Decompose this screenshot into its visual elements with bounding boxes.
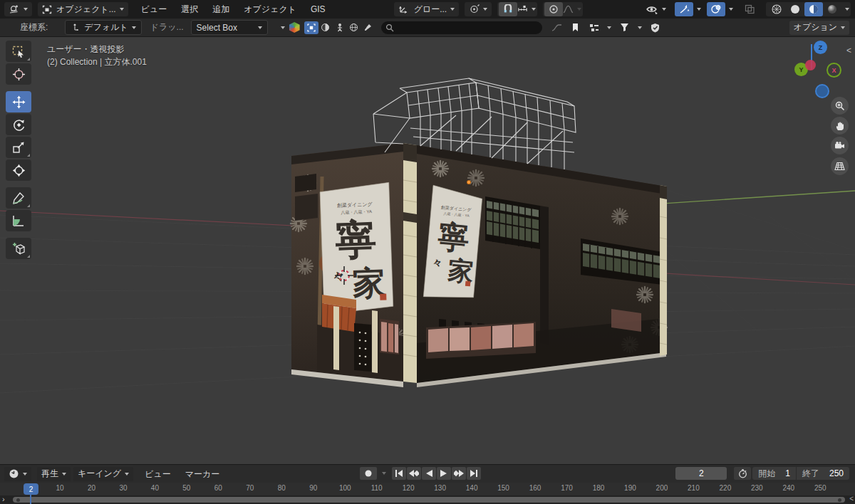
globe-filter-button[interactable] [347,21,361,34]
pivot-point-dropdown[interactable] [465,2,492,16]
snap-target-dropdown[interactable] [517,2,536,16]
object-visibility-dropdown[interactable] [641,2,670,16]
playhead-line[interactable] [30,494,31,504]
scroll-collapse-arrow[interactable]: < [849,495,854,503]
tool-cursor[interactable] [6,63,31,85]
tool-add-cube[interactable] [6,238,31,259]
tool-annotate[interactable] [6,187,31,209]
select-object-filter-button[interactable] [304,21,318,34]
show-gizmo-toggle[interactable] [675,2,693,16]
menu-object[interactable]: オブジェクト [237,2,304,16]
select-mode-dropdown[interactable]: Select Box [191,20,268,35]
timeline-editor-type-button[interactable] [4,467,31,481]
pie-filter-button[interactable] [318,21,333,34]
outliner-sync-button[interactable] [585,21,603,35]
transform-orientation-dropdown[interactable]: グロー... [394,2,460,16]
chevron-down-icon[interactable] [845,8,849,11]
building-model[interactable]: 創菜ダイニング 八蔵・八蔵・YA 寧 々 家 [291,78,667,387]
end-frame-field[interactable]: 終了 250 [797,467,849,480]
timeline-marker-menu[interactable]: マーカー [178,467,227,481]
orientation-preset-dropdown[interactable]: デフォルト [65,20,141,35]
protect-button[interactable] [646,21,665,35]
menu-add[interactable]: 追加 [205,2,237,16]
playhead-chip[interactable]: 2 [24,483,38,495]
region-collapse-arrow[interactable]: < [846,46,851,56]
ruler-tick: 190 [624,484,636,492]
chevron-down-icon[interactable] [281,26,285,29]
playback-menu-label: 再生 [41,468,58,480]
camera-view-button[interactable] [831,137,849,154]
toggle-ortho-button[interactable] [831,157,849,175]
timeline-ruler[interactable]: 2 10203040506070809010011012013014015016… [0,483,855,495]
proportional-edit-toggle[interactable] [544,2,563,16]
next-keyframe-button[interactable] [452,467,466,480]
menu-view[interactable]: ビュー [134,2,175,16]
shield-check-icon [651,23,660,33]
gis-basemap-icon[interactable] [289,22,300,33]
play-icon [440,470,447,477]
figure-filter-button[interactable] [333,21,347,34]
hand-icon [835,121,845,131]
start-frame-field[interactable]: 開始 1 [752,467,796,480]
playback-menu[interactable]: 再生 [37,467,71,481]
options-dropdown[interactable]: オプション [789,21,849,35]
chevron-down-icon[interactable] [607,26,611,29]
menu-gis[interactable]: GIS [304,2,333,16]
tool-move[interactable] [6,91,31,112]
brush-filter-button[interactable] [361,21,375,34]
active-object-label: (2) Collection | 立方体.001 [47,56,147,68]
ruler-tick: 30 [119,484,127,492]
timeline-view-menu[interactable]: ビュー [138,467,178,481]
jump-to-end-button[interactable] [467,467,481,480]
show-overlays-toggle[interactable] [707,2,725,16]
current-frame-field[interactable]: 2 [675,467,727,480]
axis-z-ball[interactable]: Z [814,41,827,54]
prev-keyframe-button[interactable] [407,467,421,480]
ruler-tick: 180 [593,484,605,492]
menu-select[interactable]: 選択 [174,2,205,16]
chevron-down-icon[interactable] [729,8,733,11]
bookmark-button[interactable] [566,21,585,35]
axis-x-neg-ball[interactable] [805,60,816,70]
transform-icon [12,164,26,177]
ruler-tick: 90 [309,484,317,492]
snap-toggle[interactable] [499,2,517,16]
axis-x-ball[interactable]: X [826,63,841,78]
annotation-curve-button[interactable] [548,21,566,35]
tool-scale[interactable] [6,137,31,158]
chevron-down-icon[interactable] [638,26,642,29]
chevron-down-icon[interactable] [697,8,701,11]
play-reverse-button[interactable] [422,467,436,480]
viewport-3d[interactable]: 創菜ダイニング 八蔵・八蔵・YA 寧 々 家 [0,37,855,464]
jump-to-start-button[interactable] [392,467,406,480]
mode-dropdown[interactable]: オブジェクト... [38,2,128,16]
shading-wireframe-button[interactable] [767,2,786,16]
zoom-button[interactable] [831,97,849,115]
play-button[interactable] [437,467,451,480]
pan-button[interactable] [831,117,849,135]
axis-z-neg-ball[interactable] [815,84,829,98]
shading-solid-button[interactable] [786,2,804,16]
proportional-falloff-dropdown[interactable] [563,2,581,16]
tool-transform[interactable] [6,159,31,181]
move-icon [12,95,26,109]
tool-select-box[interactable] [6,41,31,62]
timeline-scroll-region: › < [0,495,855,504]
use-preview-range-button[interactable] [734,467,751,480]
editor-type-button[interactable] [4,2,32,16]
shading-material-button[interactable] [804,2,823,16]
tool-rotate[interactable] [6,114,31,135]
chevron-down-icon[interactable] [382,472,386,475]
shading-rendered-button[interactable] [823,2,841,16]
orientation-label: グロー... [414,4,447,16]
search-input[interactable] [381,21,542,34]
filter-button[interactable] [616,21,634,35]
xray-toggle[interactable] [740,2,759,16]
rotate-icon [12,118,26,132]
keying-menu[interactable]: キーイング [73,467,133,481]
timeline-scrollbar[interactable] [13,497,845,503]
tool-measure[interactable] [6,210,31,231]
record-button[interactable] [360,467,377,480]
keying-menu-label: キーイング [78,468,121,480]
expand-arrow[interactable]: › [2,495,5,503]
